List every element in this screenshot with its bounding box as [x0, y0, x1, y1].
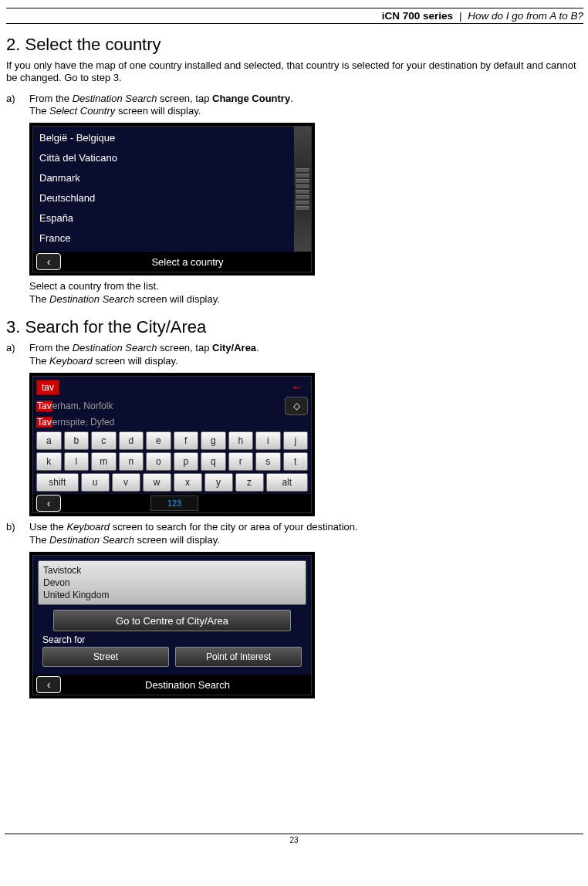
shift-key[interactable]: shift [36, 473, 79, 492]
key[interactable]: g [201, 431, 226, 450]
key[interactable]: n [119, 452, 144, 471]
backspace-icon[interactable]: ← [291, 380, 308, 394]
key[interactable]: x [174, 473, 202, 492]
scrollbar[interactable] [294, 127, 311, 252]
country-item[interactable]: France [39, 230, 294, 250]
country-item[interactable]: België - Belgique [39, 130, 294, 150]
location-panel: Tavistock Devon United Kingdom [38, 560, 306, 606]
key[interactable]: u [81, 473, 110, 492]
key[interactable]: q [201, 452, 226, 471]
search-input[interactable]: tav [36, 380, 59, 395]
key[interactable]: m [91, 452, 117, 471]
keyboard: a b c d e f g h i j k l m n o p [33, 429, 311, 492]
numeric-key[interactable]: 123 [150, 495, 198, 511]
section-name: How do I go from A to B? [468, 10, 583, 22]
key[interactable]: v [112, 473, 140, 492]
page-header: iCN 700 series | How do I go from A to B… [6, 8, 583, 23]
key[interactable]: y [204, 473, 233, 492]
key[interactable]: z [235, 473, 264, 492]
back-button[interactable]: ‹ [36, 495, 61, 512]
country-item[interactable]: Deutschland [39, 190, 294, 210]
key[interactable]: o [146, 452, 171, 471]
key[interactable]: d [119, 431, 144, 450]
step-label: a) [6, 342, 29, 368]
section-2-title: 2. Select the country [6, 35, 583, 55]
key[interactable]: j [283, 431, 309, 450]
step-label: a) [6, 93, 29, 119]
suggestion-item[interactable]: Taverham, Norfolk [36, 401, 113, 411]
screen-title: Select a country [64, 256, 311, 268]
poi-button[interactable]: Point of Interest [175, 647, 302, 667]
screenshot-keyboard: tav ← Taverham, Norfolk ◇ Tavernspite, D… [29, 373, 315, 516]
key[interactable]: c [91, 431, 117, 450]
key[interactable]: f [174, 431, 199, 450]
loc-line: Devon [43, 577, 301, 589]
goto-centre-button[interactable]: Go to Centre of City/Area [53, 610, 291, 631]
product-name: iCN 700 series [382, 10, 453, 22]
key[interactable]: e [146, 431, 171, 450]
screen-title: Destination Search [64, 679, 311, 691]
key[interactable]: w [143, 473, 171, 492]
screenshot-destination-search: Tavistock Devon United Kingdom Go to Cen… [29, 552, 315, 699]
after-text: Select a country from the list. [29, 280, 159, 292]
country-item[interactable]: Danmark [39, 170, 294, 190]
header-divider: | [459, 10, 462, 22]
suggestion-item[interactable]: Tavernspite, Dyfed [36, 417, 114, 428]
screenshot-select-country: België - Belgique Città del Vaticano Dan… [29, 123, 315, 276]
scroll-suggest-button[interactable]: ◇ [285, 397, 308, 415]
country-item[interactable]: Città del Vaticano [39, 150, 294, 170]
alt-key[interactable]: alt [266, 473, 309, 492]
section-3-title: 3. Search for the City/Area [6, 317, 583, 337]
key[interactable]: t [283, 452, 309, 471]
country-list: België - Belgique Città del Vaticano Dan… [33, 127, 294, 252]
key[interactable]: r [228, 452, 254, 471]
key[interactable]: i [255, 431, 281, 450]
key[interactable]: h [228, 431, 254, 450]
loc-line: United Kingdom [43, 589, 301, 601]
loc-line: Tavistock [43, 564, 301, 577]
key[interactable]: l [64, 452, 90, 471]
searchfor-label: Search for [42, 634, 302, 645]
back-button[interactable]: ‹ [36, 676, 61, 693]
page-number: 23 [5, 834, 583, 844]
section-2-intro: If you only have the map of one country … [6, 59, 583, 85]
key[interactable]: b [64, 431, 90, 450]
key[interactable]: k [36, 452, 62, 471]
key[interactable]: p [174, 452, 199, 471]
step-label: b) [6, 521, 29, 547]
key[interactable]: a [36, 431, 62, 450]
country-item[interactable]: España [39, 210, 294, 230]
key[interactable]: s [255, 452, 281, 471]
street-button[interactable]: Street [42, 647, 169, 667]
step-desc: From the Destination Search screen, tap … [29, 93, 583, 119]
back-button[interactable]: ‹ [36, 253, 61, 270]
